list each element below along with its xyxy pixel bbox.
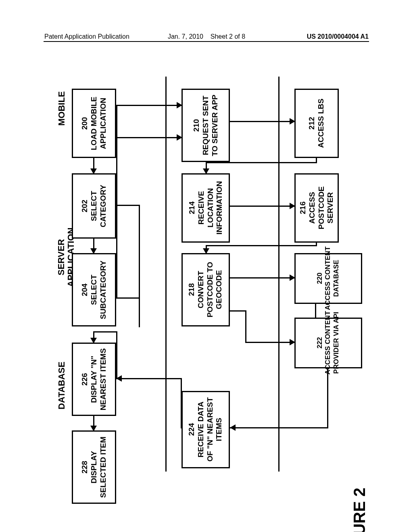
box-212-access-lbs: 212 ACCESS LBS	[294, 89, 339, 158]
connector	[116, 297, 140, 299]
arrowhead-icon	[290, 274, 295, 281]
connector	[245, 342, 294, 343]
connector	[245, 310, 246, 343]
header-sheet: Sheet 2 of 8	[211, 33, 245, 40]
box-218-convert-postcode: 218 CONVERT POSTCODE TO GEOCODE	[181, 253, 230, 326]
box-label: 202 SELECT CATEGORY	[80, 185, 108, 227]
box-label: 210 REQUEST SENT TO SERVER APP	[192, 95, 219, 156]
page: Patent Application Publication Jan. 7, 2…	[0, 0, 413, 532]
arrowhead-icon	[177, 134, 182, 141]
box-228-display-selected: 228 DISPLAY SELECTED ITEM	[72, 430, 116, 504]
connector	[116, 105, 117, 298]
connector	[139, 205, 140, 297]
connector	[181, 427, 182, 428]
header-mid: Jan. 7, 2010 Sheet 2 of 8	[168, 33, 245, 40]
arrowhead-icon	[90, 338, 97, 343]
connector	[206, 162, 317, 163]
arrowhead-icon	[203, 168, 209, 174]
arrowhead-icon	[290, 203, 295, 209]
connector	[327, 368, 328, 428]
box-label: 214 RECEIVE LOCATION INFORMATION	[187, 181, 224, 235]
connector	[181, 378, 182, 428]
connector	[230, 121, 294, 122]
arrowhead-icon	[90, 168, 97, 174]
lane-header-database: DATABASE	[56, 362, 67, 409]
connector	[116, 137, 181, 138]
arrowhead-icon	[290, 339, 295, 345]
lane-separator-1	[165, 77, 167, 472]
box-label: 226 DISPLAY "N" NEAREST ITEMS	[80, 348, 108, 410]
connector	[230, 277, 294, 278]
connector	[230, 427, 328, 428]
connector	[230, 310, 246, 312]
connector	[93, 331, 117, 332]
arrowhead-icon	[177, 102, 182, 108]
box-label: 216 ACCESS POSTCODE SERVER	[298, 187, 335, 230]
box-label: 220 ACCESS CONTENT DATABASE	[316, 247, 340, 310]
box-label: 218 CONVERT POSTCODE TO GEOCODE	[187, 262, 224, 318]
lane-header-mobile: MOBILE	[56, 91, 67, 126]
box-214-receive-location: 214 RECEIVE LOCATION INFORMATION	[181, 173, 230, 243]
header-left: Patent Application Publication	[44, 33, 129, 40]
box-222-access-content-api: 222 ACCESS CONTENT PROVIDER VIA API	[294, 318, 362, 368]
figure-label: FIGURE 2	[350, 488, 369, 532]
connector	[116, 105, 181, 106]
connector	[230, 206, 294, 207]
box-label: 212 ACCESS LBS	[307, 99, 326, 148]
arrowhead-icon	[203, 248, 209, 254]
box-204-select-subcategory: 204 SELECT SUBCATEGORY	[72, 253, 116, 326]
connector	[116, 331, 117, 379]
box-label: 200 LOAD MOBILE APPLICATION	[80, 96, 108, 150]
arrowhead-icon	[90, 426, 97, 431]
connector	[316, 243, 317, 246]
box-label: 228 DISPLAY SELECTED ITEM	[80, 436, 108, 498]
header-date: Jan. 7, 2010	[168, 33, 203, 40]
arrowhead-icon	[290, 118, 295, 125]
lane-separator-2	[278, 77, 280, 472]
box-220-access-content-db: 220 ACCESS CONTENT DATABASE	[294, 253, 362, 304]
arrowhead-icon	[90, 248, 97, 254]
connector	[116, 378, 181, 379]
header-rule	[44, 41, 369, 42]
box-210-request-sent: 210 REQUEST SENT TO SERVER APP	[181, 89, 230, 162]
box-label: 222 ACCESS CONTENT PROVIDER VIA API	[316, 311, 340, 375]
box-label: 224 RECEIVE DATA OF "N" NEAREST ITEMS	[187, 397, 224, 461]
box-202-select-category: 202 SELECT CATEGORY	[72, 173, 116, 239]
flowchart-diagram: MOBILE SERVER APPLICATION DATABASE 200 L…	[44, 77, 371, 488]
box-200-load-mobile-app: 200 LOAD MOBILE APPLICATION	[72, 89, 116, 158]
connector	[206, 245, 317, 246]
connector	[315, 304, 316, 318]
box-216-access-postcode: 216 ACCESS POSTCODE SERVER	[294, 173, 339, 243]
connector	[139, 297, 140, 327]
connector	[316, 158, 317, 163]
page-header: Patent Application Publication Jan. 7, 2…	[44, 33, 369, 40]
box-226-display-nearest: 226 DISPLAY "N" NEAREST ITEMS	[72, 343, 116, 416]
arrowhead-icon	[230, 424, 236, 431]
box-label: 204 SELECT SUBCATEGORY	[80, 260, 108, 319]
connector	[116, 205, 140, 206]
header-right: US 2010/0004004 A1	[307, 33, 369, 40]
box-224-receive-data: 224 RECEIVE DATA OF "N" NEAREST ITEMS	[181, 391, 230, 468]
